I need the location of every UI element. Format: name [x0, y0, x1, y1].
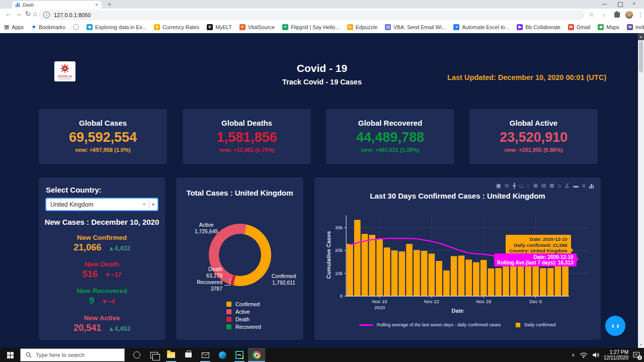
- action-center-button[interactable]: 2: [633, 351, 641, 359]
- tray-time: 1:27 PM: [604, 349, 628, 355]
- line-legend-swatch: [360, 324, 373, 326]
- wifi-icon[interactable]: [580, 352, 588, 358]
- taskbar-search[interactable]: Type here to search: [20, 348, 125, 361]
- donut-hole: [219, 234, 261, 276]
- refresh-icon[interactable]: ↻: [25, 10, 31, 18]
- zoom-out-icon[interactable]: ⊟: [541, 183, 546, 189]
- bookmark-label: VitalSource: [248, 24, 275, 30]
- url-text[interactable]: 127.0.0.1:8050: [54, 12, 91, 18]
- dropdown-clear-icon[interactable]: ×: [142, 201, 146, 208]
- edge-button[interactable]: [214, 348, 231, 362]
- store-button[interactable]: [180, 348, 197, 362]
- lasso-icon[interactable]: ◌: [526, 183, 530, 189]
- browser-toolbar: ← → ↻ ⌂ i 127.0.0.1:8050 ☆ ↓ ⋮: [0, 9, 644, 21]
- daily-confirmed-bar: [443, 270, 450, 296]
- bar-legend-swatch: [516, 323, 520, 327]
- address-bar[interactable]: i 127.0.0.1:8050: [38, 10, 585, 20]
- new-cases-title: New Cases : December 10, 2020: [39, 218, 165, 226]
- daily-confirmed-bar: [503, 265, 509, 296]
- stat-delta: ▲4,432: [108, 245, 130, 252]
- legend-item[interactable]: Confirmed: [226, 301, 261, 307]
- mail-button[interactable]: [197, 348, 214, 362]
- forward-icon[interactable]: →: [15, 10, 22, 18]
- new-tab-icon[interactable]: +: [108, 1, 111, 8]
- download-icon[interactable]: ↓: [602, 11, 605, 18]
- menu-icon[interactable]: ⋮: [637, 11, 643, 18]
- dash-debug-button[interactable]: ‹ ›: [605, 316, 625, 336]
- start-button[interactable]: [0, 348, 20, 362]
- speaker-icon[interactable]: [592, 352, 599, 358]
- card-value: 69,592,554: [39, 130, 167, 145]
- bookmark-item[interactable]: ◈Exploring data in Ex...: [87, 24, 146, 30]
- scroll-down-icon[interactable]: ▼: [638, 342, 644, 348]
- bookmark-label: VBA: Send Email Wi...: [393, 24, 446, 30]
- bookmark-label: Automate Excel to...: [462, 24, 509, 30]
- card-global-cases: Global Cases 69,592,554 new: +697,958 (1…: [39, 109, 167, 164]
- window-close-icon[interactable]: ×: [632, 1, 635, 7]
- bookmark-favicon: ×: [453, 24, 459, 30]
- task-view-button[interactable]: [145, 348, 163, 362]
- clock[interactable]: 1:27 PM 12/11/2020: [604, 349, 628, 360]
- bookmark-item[interactable]: MGmail: [568, 24, 590, 30]
- back-icon[interactable]: ←: [5, 10, 12, 18]
- camera-icon[interactable]: ▣: [496, 183, 501, 189]
- tray-chevron-icon[interactable]: ∧: [572, 352, 575, 357]
- bookmark-item[interactable]: $Currency Rates: [154, 24, 199, 30]
- plotly-logo-icon[interactable]: [589, 184, 594, 189]
- pycharm-button[interactable]: PC: [231, 348, 248, 362]
- window-minimize-icon[interactable]: [602, 4, 607, 5]
- edge-icon: [219, 351, 226, 359]
- autoscale-icon[interactable]: ⊠: [549, 183, 554, 189]
- chevron-down-icon[interactable]: ▾: [152, 202, 154, 207]
- extensions-icon[interactable]: [614, 12, 620, 18]
- profile-avatar[interactable]: [625, 11, 633, 19]
- bookmark-favicon: @: [385, 24, 391, 30]
- bar-legend-label[interactable]: Daily confirmed: [524, 322, 555, 327]
- bookmark-item[interactable]: ×Automate Excel to...: [453, 24, 509, 30]
- country-dropdown[interactable]: United Kingdom × ▾: [45, 198, 158, 211]
- scrollbar-thumb[interactable]: [639, 41, 643, 72]
- bookmark-item[interactable]: eEdpuzzle: [347, 24, 377, 30]
- bookmark-item[interactable]: VVitalSource: [239, 24, 275, 30]
- site-info-icon[interactable]: i: [43, 12, 50, 18]
- bookmark-favicon: E: [207, 24, 213, 30]
- zoom-in-icon[interactable]: ⊞: [533, 183, 538, 189]
- hover-compare-icon[interactable]: ≡: [582, 183, 585, 189]
- bookmark-item[interactable]: ◆Maps: [598, 24, 619, 30]
- bookmark-star-icon[interactable]: ☆: [589, 11, 594, 18]
- bookmark-item[interactable]: @VBA: Send Email Wi...: [385, 24, 446, 30]
- legend-item[interactable]: Death: [226, 316, 261, 322]
- bookmark-item[interactable]: +Flipgrid | Say Hello...: [282, 24, 340, 30]
- line-legend-label[interactable]: Rolling average of the last seven days -…: [377, 322, 501, 327]
- tab-strip: Dash × + ×: [0, 0, 644, 9]
- stat-label: New Active: [39, 314, 165, 322]
- home-icon[interactable]: ⌂: [33, 10, 37, 18]
- legend-item[interactable]: Recovered: [226, 324, 261, 330]
- bookmark-item[interactable]: Mmobeenali967@ya...: [627, 24, 644, 30]
- globe-bookmark-icon[interactable]: ◯: [73, 24, 79, 30]
- legend-item[interactable]: Active: [226, 309, 261, 315]
- apps-shortcut[interactable]: ▦ Apps: [4, 24, 24, 30]
- zoom-icon[interactable]: ⊙: [505, 183, 509, 189]
- page-scrollbar[interactable]: ▲ ▼: [638, 33, 644, 348]
- daily-confirmed-bar: [473, 262, 479, 297]
- scroll-up-icon[interactable]: ▲: [638, 33, 644, 40]
- card-value: 1,581,856: [183, 130, 311, 145]
- reset-axes-icon[interactable]: ⌂: [558, 183, 561, 189]
- bookmark-item[interactable]: EMyELT: [207, 24, 231, 30]
- spike-lines-icon[interactable]: ∠: [565, 183, 570, 189]
- cortana-button[interactable]: [128, 348, 145, 362]
- bookmarks-shortcut[interactable]: ★ Bookmarks: [31, 24, 65, 30]
- box-select-icon[interactable]: □: [520, 183, 523, 189]
- bookmark-item[interactable]: ▶Bb Collaborate: [517, 24, 560, 30]
- chrome-icon: [253, 351, 261, 359]
- daily-confirmed-bar: [369, 235, 375, 296]
- pan-icon[interactable]: ╋: [513, 183, 516, 189]
- browser-tab[interactable]: Dash ×: [12, 1, 102, 9]
- window-restore-icon[interactable]: [618, 2, 623, 7]
- tab-close-icon[interactable]: ×: [95, 2, 98, 8]
- hover-closest-icon[interactable]: ▬: [573, 183, 579, 189]
- legend-label: Recovered: [235, 324, 261, 330]
- file-explorer-button[interactable]: [163, 348, 180, 362]
- chrome-button[interactable]: [248, 348, 265, 362]
